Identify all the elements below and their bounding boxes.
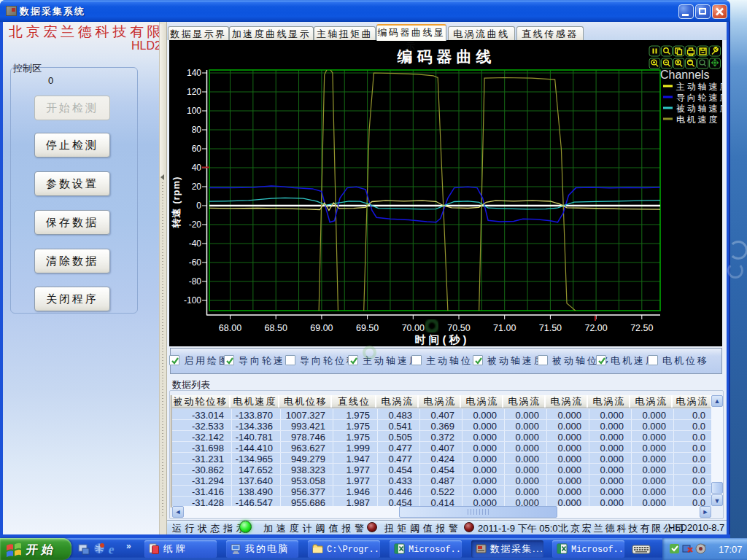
svg-text:-40: -40 — [189, 238, 202, 249]
svg-text:140: 140 — [187, 68, 201, 78]
svg-text:71.00: 71.00 — [493, 323, 516, 333]
svg-text:0: 0 — [196, 201, 201, 211]
svg-text:68.00: 68.00 — [219, 323, 241, 333]
svg-text:70.50: 70.50 — [447, 323, 470, 333]
svg-text:69.00: 69.00 — [310, 323, 333, 333]
svg-text:71.50: 71.50 — [539, 323, 562, 333]
svg-text:40: 40 — [192, 163, 202, 173]
svg-text:80: 80 — [192, 125, 202, 135]
svg-text:70.00: 70.00 — [402, 323, 425, 333]
svg-text:电机速度: 电机速度 — [676, 114, 719, 125]
svg-text:100: 100 — [187, 106, 201, 116]
svg-text:69.50: 69.50 — [356, 323, 379, 333]
svg-text:72.50: 72.50 — [630, 323, 653, 333]
svg-text:转速 (rpm): 转速 (rpm) — [171, 176, 182, 229]
svg-text:-60: -60 — [189, 257, 202, 268]
svg-text:主动轴速度: 主动轴速度 — [676, 82, 722, 92]
svg-text:导向轮速度: 导向轮速度 — [676, 93, 722, 103]
svg-text:-80: -80 — [189, 276, 202, 287]
svg-text:20: 20 — [192, 182, 202, 192]
svg-text:-20: -20 — [189, 219, 202, 230]
svg-text:60: 60 — [192, 144, 202, 154]
svg-text:Channels: Channels — [660, 69, 710, 81]
svg-text:72.00: 72.00 — [584, 323, 607, 333]
svg-text:-100: -100 — [184, 295, 201, 306]
svg-text:时间(秒): 时间(秒) — [415, 333, 470, 346]
svg-text:120: 120 — [187, 87, 201, 97]
svg-text:68.50: 68.50 — [265, 323, 287, 333]
svg-text:被动轴速度: 被动轴速度 — [676, 104, 722, 114]
